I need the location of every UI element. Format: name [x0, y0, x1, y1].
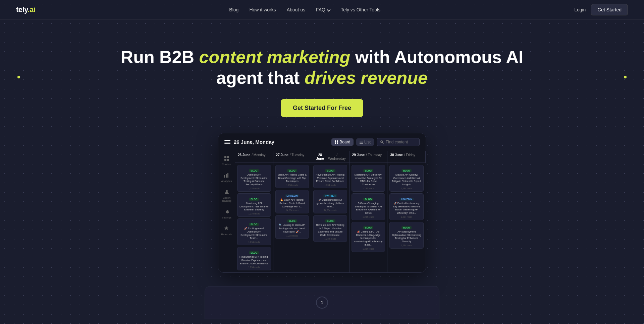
get-started-free-button[interactable]: Get Started For Free	[281, 99, 363, 117]
sidebar-label-referrals: Referrals	[221, 233, 232, 236]
card-thu-1[interactable]: Blog Mastering API Efficiency: Innovativ…	[352, 165, 385, 192]
svg-rect-5	[360, 142, 363, 142]
sidebar-item-referrals[interactable]: Referrals	[221, 225, 232, 236]
card-tue-3[interactable]: Blog 🔍 Looking to slash API testing cost…	[275, 215, 309, 239]
hero-section: Run B2B content marketing with Autonomou…	[0, 20, 644, 324]
day-column-thu: Blog Mastering API Efficiency: Innovativ…	[350, 163, 388, 273]
card-tue-1[interactable]: Blog Slash API Testing Costs & Boost Cov…	[275, 165, 309, 188]
card-tag: Blog	[249, 223, 259, 226]
nav-blog[interactable]: Blog	[229, 7, 238, 12]
chevron-down-icon	[327, 8, 330, 11]
day-mon: / Monday	[252, 153, 265, 157]
board-view-button[interactable]: Board	[331, 138, 354, 146]
list-view-button[interactable]: List	[356, 138, 374, 146]
board-icon	[335, 140, 338, 144]
sidebar-item-expert-training[interactable]: Expert Training	[218, 189, 235, 202]
get-started-nav-button[interactable]: Get Started	[591, 4, 628, 15]
card-title: 🔥 Slash API Testing: Reduce Costs & Boos…	[278, 198, 307, 208]
card-title: Revolutionize API Testing in 5 Steps: Mi…	[316, 223, 345, 237]
card-tag: Blog	[363, 226, 373, 229]
card-thu-2[interactable]: Blog 5 Game-Changing Strategies to Maste…	[352, 193, 385, 220]
card-tag: LinkedIn	[285, 194, 299, 197]
calendar-grid: 26 June/ Monday 27 June/ Tuesday 28 June…	[235, 151, 426, 273]
day-header-mon: 26 June/ Monday	[235, 151, 273, 163]
card-wed-3[interactable]: Blog Revolutionize API Testing in 5 Step…	[313, 215, 347, 242]
card-wed-2[interactable]: Twitter 🚀 Just launched our groundbreaki…	[313, 190, 347, 213]
sidebar-label-analytics: Analytics	[221, 180, 232, 183]
svg-rect-12	[227, 159, 229, 161]
svg-rect-1	[337, 140, 338, 142]
sidebar-item-settings[interactable]: Settings	[222, 208, 231, 219]
calendar-headers: 26 June/ Monday 27 June/ Tuesday 28 June…	[235, 151, 426, 163]
card-wed-1[interactable]: Blog Revolutionize API Testing: Minimize…	[313, 165, 347, 188]
day-column-mon: Blog Optimize API Deployment: Streamline…	[235, 163, 273, 273]
svg-rect-6	[360, 143, 363, 144]
date-fri: 30 June	[390, 153, 402, 157]
day-thu: / Thursday	[366, 153, 382, 157]
hero-title-line2-part1: agent that	[216, 68, 305, 87]
sidebar-item-analytics[interactable]: Analytics	[221, 172, 232, 183]
menu-icon[interactable]	[224, 140, 230, 144]
card-thu-3[interactable]: Blog 📣 Calling all CTOs! Discover cuttin…	[352, 222, 385, 252]
hero-drives-revenue: drives revenue	[305, 68, 428, 87]
card-tag: Blog	[325, 169, 335, 172]
settings-icon	[223, 208, 230, 215]
nav-about-us[interactable]: About us	[287, 7, 305, 12]
card-meta: 1k,234 reads	[316, 209, 345, 211]
card-meta: 1,234 reads	[239, 212, 269, 215]
card-meta: 1,234 reads	[278, 235, 307, 237]
search-box[interactable]	[377, 138, 420, 146]
card-title: Elevate API Quality: Overcome Limitation…	[392, 173, 421, 186]
day-header-thu: 29 June/ Thursday	[350, 151, 388, 163]
card-meta: 1,234 reads	[316, 184, 345, 186]
nav-tely-vs[interactable]: Tely vs Other Tools	[341, 7, 380, 12]
card-tag: Twitter	[323, 194, 337, 197]
date-tue: 27 June	[276, 153, 288, 157]
card-fri-2[interactable]: LinkedIn 🚀 Excited to share my key takea…	[389, 193, 424, 220]
card-tag: Blog	[363, 198, 373, 201]
card-meta: 1,234 reads	[316, 238, 345, 240]
day-fri: / Friday	[404, 153, 415, 157]
svg-rect-10	[227, 156, 229, 158]
card-meta: 1,234 reads	[354, 187, 383, 190]
card-title: 🚀 Excited to share my key takeaways from…	[392, 202, 421, 215]
day-header-tue: 27 June/ Tuesday	[273, 151, 312, 163]
nav-links: Blog How it works About us FAQ Tely vs O…	[229, 7, 380, 12]
card-mon-1[interactable]: Blog Optimize API Deployment: Streamline…	[237, 165, 271, 192]
dashboard-header-left: 26 June, Monday	[224, 139, 274, 145]
content-icon	[223, 155, 230, 162]
card-mon-4[interactable]: Blog Revolutionize API Testing: Minimize…	[237, 247, 271, 270]
login-link[interactable]: Login	[574, 7, 586, 12]
referrals-icon	[223, 225, 230, 232]
day-header-fri: 30 June/ Friday	[387, 151, 426, 163]
logo[interactable]: tely.ai	[16, 5, 35, 14]
svg-rect-13	[224, 175, 225, 178]
card-tag: Blog	[249, 251, 259, 254]
card-mon-2[interactable]: Blog Mastering API Deployment: Test Smar…	[237, 193, 271, 217]
sidebar-label-expert: Expert Training	[218, 196, 235, 202]
card-mon-3[interactable]: Blog 🚀 Exciting news! Optimize API Deplo…	[237, 218, 271, 245]
nav-how-it-works[interactable]: How it works	[249, 7, 276, 12]
card-title: Optimize API Deployment: Streamline Test…	[239, 173, 269, 186]
card-tag: Blog	[249, 198, 259, 201]
card-title: 🔍 Looking to slash API testing costs and…	[278, 223, 307, 233]
card-meta: 1,234 reads	[392, 187, 421, 190]
svg-rect-4	[360, 141, 363, 141]
expert-icon	[223, 189, 230, 195]
card-tue-2[interactable]: LinkedIn 🔥 Slash API Testing: Reduce Cos…	[275, 190, 309, 213]
hero-title-part2: with Autonomous AI	[350, 47, 523, 67]
day-header-wed: 28 June/ Wednesday	[311, 151, 350, 163]
sidebar-item-content[interactable]: Content	[222, 155, 231, 166]
day-column-wed: Blog Revolutionize API Testing: Minimize…	[311, 163, 350, 273]
card-fri-1[interactable]: Blog Elevate API Quality: Overcome Limit…	[389, 165, 424, 192]
svg-point-16	[226, 190, 228, 192]
nav-faq[interactable]: FAQ	[316, 7, 330, 12]
svg-line-8	[383, 143, 384, 144]
search-input[interactable]	[386, 140, 416, 144]
svg-rect-15	[227, 173, 228, 178]
card-fri-3[interactable]: Blog API Deployment Optimization: Stream…	[389, 222, 424, 249]
card-title: 🚀 Exciting news! Optimize API Deployment…	[239, 227, 269, 240]
card-meta: 1,234 reads	[392, 216, 421, 218]
hero-title-highlight: content marketing	[199, 47, 351, 67]
card-meta: 1,234 reads	[239, 266, 269, 268]
